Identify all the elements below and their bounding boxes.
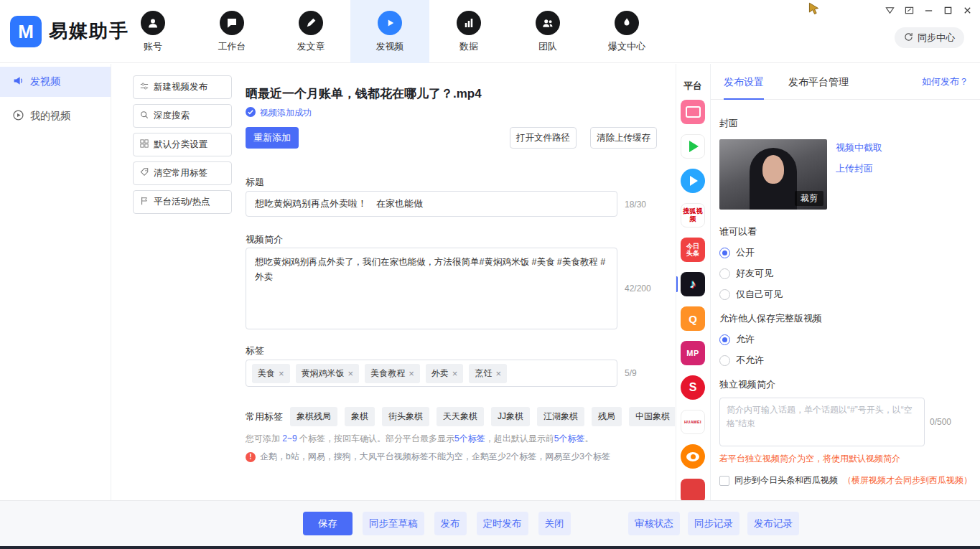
- tag-icon: [140, 168, 149, 179]
- allow-save-option-deny[interactable]: 不允许: [719, 354, 969, 367]
- settings-tabs: 发布设置 发布平台管理 如何发布？: [711, 64, 980, 100]
- nav-team[interactable]: 团队: [508, 0, 587, 63]
- new-video-publish-label: 新建视频发布: [154, 81, 207, 93]
- radio-icon[interactable]: [719, 355, 730, 366]
- save-button[interactable]: 保存: [303, 512, 353, 535]
- common-tag-chip[interactable]: 象棋残局: [290, 407, 337, 426]
- cover-row: 裁剪 视频中截取 上传封面: [719, 139, 969, 210]
- remove-tag-icon[interactable]: [452, 369, 458, 378]
- nav-account[interactable]: 账号: [113, 0, 192, 63]
- new-video-publish-button[interactable]: 新建视频发布: [133, 75, 232, 99]
- review-status-button[interactable]: 审核状态: [628, 512, 680, 535]
- platform-bilibili-icon[interactable]: [681, 100, 705, 124]
- clear-common-tags-button[interactable]: 清空常用标签: [133, 161, 232, 185]
- sidebar-item-my-videos[interactable]: 我的视频: [0, 101, 111, 131]
- common-tag-chip[interactable]: 江湖象棋: [537, 407, 584, 426]
- top-bar: M 易媒助手 账号 工作台 发文章 发视频: [0, 0, 980, 63]
- common-tag-chip[interactable]: 街头象棋: [382, 407, 429, 426]
- remove-tag-icon[interactable]: [495, 369, 501, 378]
- tab-platform-management[interactable]: 发布平台管理: [788, 64, 849, 100]
- video-title-input[interactable]: [246, 191, 617, 217]
- search-icon: [140, 111, 149, 121]
- clear-upload-cache-button[interactable]: 清除上传缓存: [590, 127, 657, 149]
- common-tag-chip[interactable]: 残局: [592, 407, 622, 426]
- platform-sina-icon[interactable]: S: [681, 375, 705, 400]
- allow-save-option-allow[interactable]: 允许: [719, 333, 969, 346]
- nav-publish-article[interactable]: 发文章: [271, 0, 350, 63]
- visibility-option-friends[interactable]: 好友可见: [719, 267, 969, 280]
- remove-tag-icon[interactable]: [279, 369, 284, 378]
- cover-thumbnail[interactable]: 裁剪: [719, 139, 827, 210]
- publish-button[interactable]: 发布: [434, 512, 467, 535]
- tag-chip[interactable]: 美食: [252, 364, 290, 383]
- independent-description-textarea[interactable]: [719, 398, 925, 446]
- upload-cover-link[interactable]: 上传封面: [836, 162, 882, 175]
- platform-iqiyi-icon[interactable]: [681, 134, 705, 159]
- nav-data[interactable]: 数据: [429, 0, 508, 63]
- feedback-icon[interactable]: [900, 1, 919, 19]
- visibility-private-label: 仅自己可见: [736, 288, 783, 301]
- platform-xiaohongshu-icon[interactable]: [681, 479, 705, 500]
- default-category-button[interactable]: 默认分类设置: [133, 133, 232, 156]
- tag-chip[interactable]: 外卖: [426, 364, 464, 383]
- platform-toutiao-icon[interactable]: 今日头条: [681, 238, 705, 262]
- radio-icon[interactable]: [719, 268, 730, 279]
- platform-weibo-icon[interactable]: [681, 444, 705, 469]
- platform-activity-label: 平台活动/热点: [154, 196, 210, 208]
- open-file-path-button[interactable]: 打开文件路径: [510, 127, 577, 149]
- platform-huawei-icon[interactable]: HUAWEI: [681, 410, 705, 434]
- sina-logo-text: S: [689, 381, 697, 394]
- platform-qie-icon[interactable]: Q: [681, 306, 705, 331]
- tag-chip[interactable]: 烹饪: [469, 364, 507, 383]
- radio-icon[interactable]: [719, 289, 730, 300]
- common-tag-chip[interactable]: 中国象棋: [629, 407, 675, 426]
- close-page-button[interactable]: 关闭: [538, 512, 571, 535]
- bottom-action-bar: 保存 同步至草稿 发布 定时发布 关闭 审核状态 同步记录 发布记录: [0, 500, 980, 546]
- huawei-logo-text: HUAWEI: [684, 420, 701, 424]
- maximize-button[interactable]: [938, 1, 958, 19]
- crop-badge[interactable]: 裁剪: [795, 191, 823, 206]
- tab-publish-settings[interactable]: 发布设置: [724, 64, 764, 100]
- sync-records-button[interactable]: 同步记录: [688, 512, 739, 535]
- video-description-textarea[interactable]: 想吃黄焖鸡别再点外卖了，我们在家也能做，方法很简单#黄焖鸡米饭 #美食 #美食教…: [246, 248, 617, 329]
- sync-toutiao-checkbox[interactable]: [719, 476, 729, 486]
- sync-center-button[interactable]: 同步中心: [895, 27, 964, 48]
- cover-label: 封面: [719, 117, 969, 130]
- sync-to-draft-button[interactable]: 同步至草稿: [363, 512, 424, 535]
- nav-workbench[interactable]: 工作台: [192, 0, 271, 63]
- pen-icon: [299, 11, 323, 35]
- remove-tag-icon[interactable]: [409, 369, 414, 378]
- sidebar-item-publish-video[interactable]: 发视频: [0, 67, 111, 97]
- platform-haokan-video-icon[interactable]: [681, 169, 705, 193]
- capture-from-video-link[interactable]: 视频中截取: [836, 141, 882, 154]
- common-tag-chip[interactable]: 象棋: [345, 407, 375, 426]
- network-icon[interactable]: [880, 1, 900, 19]
- visibility-option-private[interactable]: 仅自己可见: [719, 288, 969, 301]
- platform-douyin-icon[interactable]: [681, 272, 705, 296]
- tag-chip[interactable]: 黄焖鸡米饭: [296, 364, 360, 383]
- platform-mp-icon[interactable]: MP: [681, 341, 705, 365]
- publish-records-button[interactable]: 发布记录: [747, 512, 799, 535]
- platform-column-label: 平台: [676, 80, 709, 93]
- remove-tag-icon[interactable]: [348, 369, 354, 378]
- readd-video-button[interactable]: 重新添加: [246, 127, 299, 149]
- platform-activity-button[interactable]: 平台活动/热点: [133, 190, 232, 214]
- left-sidebar: 发视频 我的视频: [0, 64, 111, 500]
- nav-publish-video[interactable]: 发视频: [350, 0, 429, 63]
- visibility-option-public[interactable]: 公开: [719, 246, 969, 259]
- radio-selected-icon[interactable]: [719, 248, 730, 258]
- deep-search-button[interactable]: 深度搜索: [133, 104, 232, 128]
- tags-input[interactable]: 美食 黄焖鸡米饭 美食教程 外卖 烹饪: [246, 360, 617, 387]
- minimize-button[interactable]: [919, 1, 938, 19]
- deep-search-label: 深度搜索: [154, 110, 190, 122]
- tag-chip[interactable]: 美食教程: [365, 364, 420, 383]
- how-to-publish-link[interactable]: 如何发布？: [922, 64, 969, 100]
- scheduled-publish-button[interactable]: 定时发布: [477, 512, 528, 535]
- nav-hot-center[interactable]: 爆文中心: [587, 0, 666, 63]
- common-tag-chip[interactable]: JJ象棋: [491, 407, 530, 426]
- close-button[interactable]: [958, 1, 977, 19]
- common-tag-chip[interactable]: 天天象棋: [437, 407, 484, 426]
- mp-logo-text: MP: [686, 349, 699, 357]
- platform-sohu-video-icon[interactable]: 搜狐视频: [681, 203, 705, 227]
- radio-selected-icon[interactable]: [719, 334, 730, 345]
